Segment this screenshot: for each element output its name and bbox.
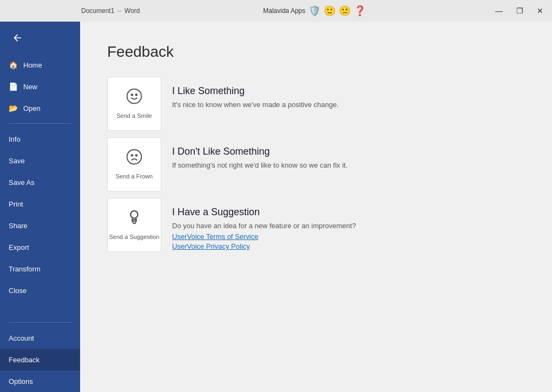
open-icon: 📂 <box>9 104 18 112</box>
sidebar-account-label: Account <box>9 334 34 342</box>
frown-card-label: Send a Frown <box>116 172 153 180</box>
sidebar-item-print[interactable]: Print <box>0 193 80 215</box>
sidebar-item-new[interactable]: 📄 New <box>0 76 80 97</box>
suggestion-card-desc: Do you have an idea for a new feature or… <box>172 221 356 231</box>
svg-point-3 <box>127 150 142 164</box>
sidebar-save-as-label: Save As <box>9 178 35 187</box>
maximize-button[interactable]: ❐ <box>510 1 529 21</box>
window-controls: — ❐ ✕ <box>489 1 552 21</box>
sidebar-item-export[interactable]: Export <box>0 236 80 258</box>
sidebar-item-share[interactable]: Share <box>0 215 80 236</box>
suggestion-card-title: I Have a Suggestion <box>172 207 356 218</box>
sidebar-open-label: Open <box>23 104 41 112</box>
suggestion-card-icon-box: Send a Suggestion <box>107 198 161 252</box>
sidebar-options-label: Options <box>9 377 33 386</box>
sidebar-item-feedback[interactable]: Feedback <box>0 349 80 370</box>
feedback-card-suggestion[interactable]: Send a Suggestion I Have a Suggestion Do… <box>107 198 525 259</box>
smile-icon[interactable]: 🙂 <box>324 5 336 17</box>
shield-icon: 🛡️ <box>308 5 320 17</box>
frown-card-desc: If something's not right we'd like to kn… <box>172 161 347 170</box>
sidebar-item-save-as[interactable]: Save As <box>0 171 80 193</box>
back-button[interactable] <box>6 27 28 49</box>
sidebar-home-label: Home <box>23 61 42 69</box>
frown-card-icon <box>126 148 143 169</box>
sidebar-divider-1 <box>9 123 71 124</box>
sidebar-new-label: New <box>23 83 37 91</box>
svg-point-4 <box>132 155 133 156</box>
title-bar: Document1 – Word Malavida Apps 🛡️ 🙂 🙁 ❓ … <box>0 0 552 22</box>
smile-card-icon-box: Send a Smile <box>107 77 161 131</box>
smile-card-content: I Like Something It's nice to know when … <box>161 77 350 118</box>
frown-card-content: I Don't Like Something If something's no… <box>161 137 358 179</box>
sidebar-save-label: Save <box>9 157 25 165</box>
sidebar-close-label: Close <box>9 287 27 295</box>
sidebar-item-transform[interactable]: Transform <box>0 258 80 280</box>
sidebar-feedback-label: Feedback <box>9 356 40 364</box>
sidebar: 🏠 Home 📄 New 📂 Open Info Save Save As Pr… <box>0 0 80 392</box>
sidebar-item-info[interactable]: Info <box>0 128 80 150</box>
home-icon: 🏠 <box>9 61 18 69</box>
svg-point-1 <box>132 94 133 96</box>
smile-card-title: I Like Something <box>172 85 339 97</box>
suggestion-card-label: Send a Suggestion <box>109 233 160 241</box>
suggestion-card-content: I Have a Suggestion Do you have an idea … <box>161 198 367 259</box>
document-name: Document1 <box>81 7 114 15</box>
sidebar-item-home[interactable]: 🏠 Home <box>0 54 80 76</box>
app-name: Word <box>124 7 140 15</box>
uservoice-terms-link[interactable]: UserVoice Terms of Service <box>172 232 356 241</box>
new-icon: 📄 <box>9 82 18 91</box>
svg-point-5 <box>136 155 137 156</box>
main-content: Feedback Send a Smile I Like Something I… <box>80 22 552 392</box>
page-title: Feedback <box>107 43 525 61</box>
svg-point-0 <box>127 89 142 104</box>
smile-card-icon <box>126 88 143 109</box>
uservoice-privacy-link[interactable]: UserVoice Privacy Policy <box>172 242 356 250</box>
sidebar-transform-label: Transform <box>9 265 41 273</box>
sidebar-item-open[interactable]: 📂 Open <box>0 97 80 119</box>
title-separator: – <box>117 7 121 15</box>
sidebar-print-label: Print <box>9 200 23 208</box>
sidebar-item-account[interactable]: Account <box>0 327 80 349</box>
sidebar-export-label: Export <box>9 243 29 251</box>
frown-card-title: I Don't Like Something <box>172 146 347 157</box>
suggestion-card-icon <box>126 209 143 230</box>
org-name: Malavida Apps <box>263 7 305 15</box>
sidebar-share-label: Share <box>9 222 28 230</box>
frown-icon[interactable]: 🙁 <box>339 5 351 17</box>
feedback-card-smile[interactable]: Send a Smile I Like Something It's nice … <box>107 77 525 131</box>
feedback-card-frown[interactable]: Send a Frown I Don't Like Something If s… <box>107 137 525 191</box>
sidebar-item-options[interactable]: Options <box>0 370 80 392</box>
minimize-button[interactable]: — <box>489 1 509 21</box>
sidebar-item-save[interactable]: Save <box>0 150 80 171</box>
sidebar-divider-2 <box>9 322 71 323</box>
sidebar-item-close[interactable]: Close <box>0 280 80 301</box>
title-bar-left: Document1 – Word <box>0 7 140 15</box>
close-button[interactable]: ✕ <box>530 1 550 21</box>
sidebar-top: 🏠 Home 📄 New 📂 Open Info Save Save As Pr… <box>0 0 80 301</box>
help-icon[interactable]: ❓ <box>354 5 366 17</box>
svg-point-2 <box>136 94 137 96</box>
smile-card-desc: It's nice to know when we've made a posi… <box>172 100 339 110</box>
smile-card-label: Send a Smile <box>116 112 152 119</box>
frown-card-icon-box: Send a Frown <box>107 137 161 191</box>
sidebar-bottom: Account Feedback Options <box>0 318 80 392</box>
sidebar-info-label: Info <box>9 135 21 143</box>
title-bar-app: Malavida Apps 🛡️ 🙂 🙁 ❓ <box>258 5 371 17</box>
